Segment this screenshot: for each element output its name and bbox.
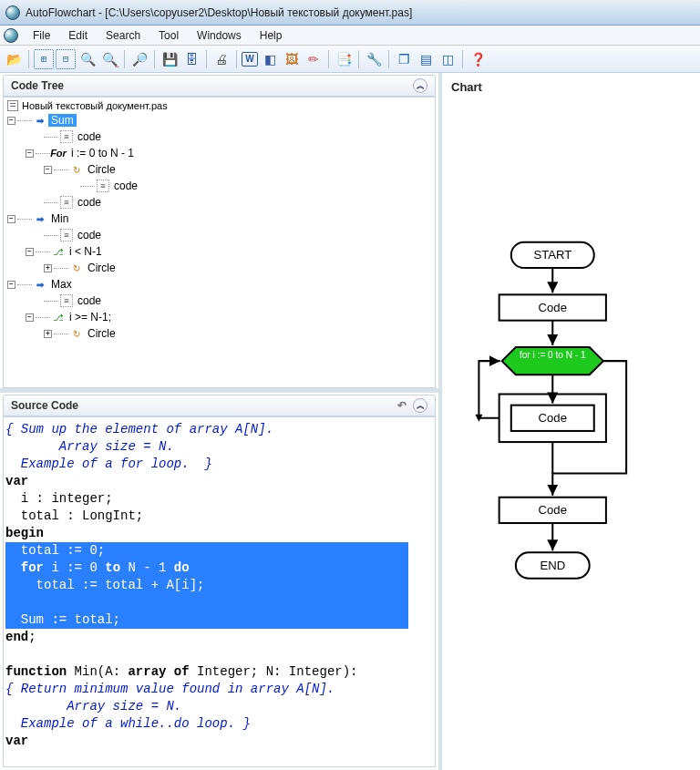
open-button[interactable]: 📂 [4,49,24,69]
main-area: Code Tree ︽ Новый текстовый документ.pas… [0,73,700,770]
src-line: var [5,474,28,488]
src-line: Array size = N. [5,439,174,454]
undo-icon[interactable]: ↶ [395,398,409,413]
layout-tile-v-button[interactable]: ◫ [438,49,458,69]
tree-label-sum: Sum [48,114,77,127]
src-line: { Return minimum value found in array A[… [5,682,335,696]
tree-node-max[interactable]: − ➡ Max [4,276,435,293]
tree-label-for: i := 0 to N - 1 [71,147,134,159]
chart-end: END [540,559,565,572]
menu-file[interactable]: File [24,27,59,44]
export-word-button[interactable]: W [242,52,258,67]
menu-windows[interactable]: Windows [188,27,251,44]
tree-label-circle: Circle [85,163,118,176]
expand-all-button[interactable]: ⊞ [34,49,54,69]
function-icon: ➡ [34,212,46,225]
layout-cascade-button[interactable]: ❐ [394,49,414,69]
tree-root[interactable]: Новый текстовый документ.pas [4,99,435,112]
zoom-out-button[interactable]: 🔍− [99,49,119,69]
code-tree[interactable]: Новый текстовый документ.pas − ➡ Sum ≡ c… [3,97,436,388]
expander-icon[interactable]: − [7,215,15,223]
tree-node-sum[interactable]: − ➡ Sum [4,112,435,128]
tree-label-code-min: code [75,229,104,241]
source-code-header: Source Code ↶ ︽ [3,395,436,416]
tree-label-code3: code [75,196,104,209]
expander-icon[interactable]: − [26,313,34,322]
print-button[interactable]: 🖨 [211,49,232,69]
tree-label-code: code [75,130,104,143]
tree-node-circle[interactable]: − ↻ Circle [4,161,435,178]
tree-label-code-max: code [75,294,104,307]
src-line: function [5,664,67,679]
tree-label-ige: i >= N-1; [67,311,114,323]
zoom-in-button[interactable]: 🔍 [77,49,98,69]
tree-node-ilt[interactable]: − ⎇ i < N-1 [4,243,435,260]
help-button[interactable]: ❓ [468,49,488,69]
chart-loop: for i := 0 to N - 1 [520,350,586,360]
tree-node-code-max[interactable]: ≡ code [4,293,435,309]
tree-node-code2[interactable]: ≡ code [4,178,435,194]
tree-label-code2: code [111,180,140,192]
tree-node-for[interactable]: − For i := 0 to N - 1 [4,145,435,161]
chart-title: Chart [442,73,700,101]
flowchart-canvas[interactable]: START Code for i := 0 to N - 1 Code [442,101,700,770]
function-icon: ➡ [34,114,46,127]
loop-icon: ↻ [70,327,83,340]
settings-button[interactable]: 🔧 [364,49,384,69]
export-svg-button[interactable]: ✏ [304,49,324,69]
src-line: Array size = N. [5,699,181,714]
save-button[interactable]: 💾 [160,49,180,69]
src-line: Example of a for loop. } [5,457,212,471]
tree-label-circle-min: Circle [85,262,118,274]
expander-icon[interactable]: − [7,117,15,125]
chart-code2: Code [539,411,567,425]
tree-node-min[interactable]: − ➡ Min [4,210,435,227]
collapse-icon[interactable]: ︽ [413,398,427,413]
toolbar: 📂 ⊞ ⊟ 🔍 🔍− 🔎 💾 🗄 🖨 W ◧ 🖼 ✏ 📑 🔧 ❐ ▤ ◫ ❓ [0,46,700,73]
tree-node-code-min[interactable]: ≡ code [4,227,435,243]
expander-icon[interactable]: − [26,149,34,158]
code-icon: ≡ [97,180,109,192]
expander-icon[interactable]: − [7,281,15,289]
expander-icon[interactable]: + [44,330,52,338]
file-icon [7,100,18,111]
export-image-button[interactable]: 🖼 [282,49,302,69]
left-pane: Code Tree ︽ Новый текстовый документ.pas… [0,73,442,770]
function-icon: ➡ [34,278,46,291]
code-icon: ≡ [60,229,73,241]
tree-node-ige[interactable]: − ⎇ i >= N-1; [4,309,435,325]
find-button[interactable]: 🔎 [129,49,149,69]
tree-node-circle-max[interactable]: + ↻ Circle [4,325,435,342]
expander-icon[interactable]: − [26,248,34,256]
branch-icon: ⎇ [52,245,65,258]
code-icon: ≡ [60,196,73,209]
save-all-button[interactable]: 🗄 [181,49,201,69]
menu-edit[interactable]: Edit [59,27,97,44]
branch-icon: ⎇ [52,311,65,323]
src-line: var [5,734,28,748]
source-editor[interactable]: { Sum up the element of array A[N]. Arra… [3,416,436,767]
menu-tool[interactable]: Tool [149,27,188,44]
tree-node-code[interactable]: ≡ code [4,128,435,145]
chart-start: START [533,248,571,262]
tree-label-ilt: i < N-1 [67,245,105,258]
layout-tile-h-button[interactable]: ▤ [416,49,436,69]
src-line: i : integer; [5,491,113,506]
right-pane: Chart START Code for i := 0 to N - 1 [442,73,700,770]
collapse-icon[interactable]: ︽ [413,78,427,93]
chart-code1: Code [539,301,567,314]
for-icon: For [52,147,65,159]
expander-icon[interactable]: − [44,166,52,174]
tree-node-code3[interactable]: ≡ code [4,194,435,210]
loop-icon: ↻ [70,262,83,274]
menu-help[interactable]: Help [251,27,292,44]
tree-label-circle-max: Circle [85,327,118,340]
collapse-all-button[interactable]: ⊟ [56,49,76,69]
menu-search[interactable]: Search [97,27,149,44]
src-line: total : LongInt; [5,508,143,523]
app-icon-small [4,28,18,43]
tree-node-circle-min[interactable]: + ↻ Circle [4,260,435,276]
expander-icon[interactable]: + [44,264,52,272]
export-xml-button[interactable]: 📑 [334,49,354,69]
export-visio-button[interactable]: ◧ [260,49,280,69]
